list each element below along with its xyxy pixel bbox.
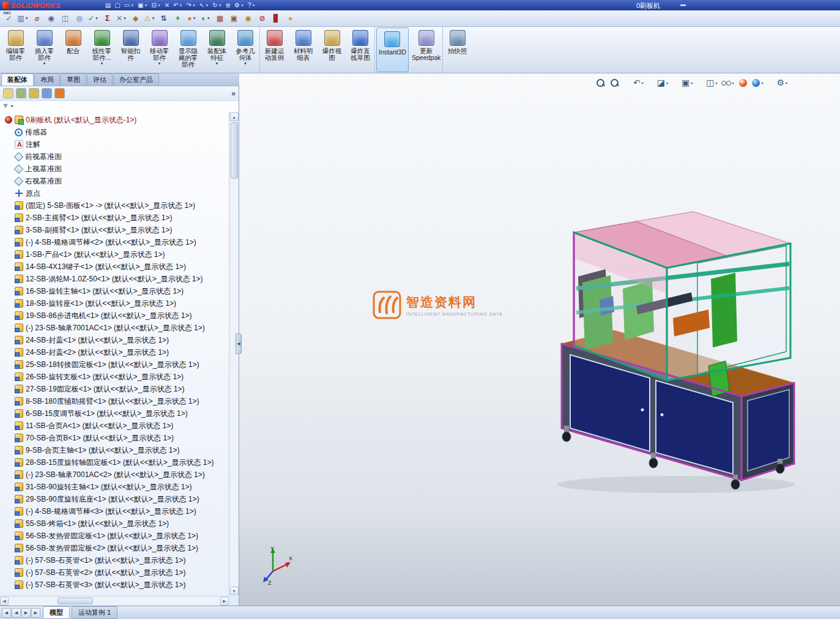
- scroll-left-arrow[interactable]: ◀: [0, 597, 9, 606]
- interference-detection-icon[interactable]: ⚠ ▼: [143, 12, 156, 25]
- tree-item[interactable]: 16-SB-旋转主轴<1> (默认<<默认>_显示状态 1>): [0, 285, 229, 297]
- delete-icon[interactable]: ✕: [163, 1, 171, 10]
- select-icon[interactable]: ↖ ▼: [198, 1, 210, 10]
- assembly-features-button[interactable]: 装配体 特征 ▼: [203, 27, 231, 73]
- tree-item[interactable]: (-) 4-SB-规格调节棒<3> (默认<<默认>_显示状态 1>): [0, 505, 229, 517]
- tree-item[interactable]: 70-SB-合页B<1> (默认<<默认>_显示状态 1>): [0, 432, 229, 444]
- tree-item[interactable]: 右视基准面: [0, 175, 229, 187]
- mate-button[interactable]: 配合: [59, 27, 87, 73]
- tree-item[interactable]: (-) 57-SB-石英管<1> (默认<<默认>_显示状态 1>): [0, 554, 229, 566]
- move-component-button[interactable]: 移动零 部件 ▼: [145, 27, 174, 73]
- reorder-icon[interactable]: ⇅: [157, 12, 170, 25]
- exploded-view-button[interactable]: 爆炸视 图: [318, 27, 346, 73]
- tree-item[interactable]: (固定) 5-SB-面板<1> -> (默认<<默认>_显示状态 1>): [0, 199, 229, 212]
- panel-expand-chevron[interactable]: »: [231, 89, 236, 98]
- instant3d-button[interactable]: Instant3D: [376, 28, 409, 72]
- view-orientation-icon[interactable]: ▣ ▾: [672, 77, 693, 88]
- tree-item[interactable]: 31-SB-90旋转主轴<1> (默认<<默认>_显示状态 1>): [0, 481, 229, 493]
- undo-icon[interactable]: ↶ ▼: [171, 1, 184, 10]
- new-document-icon[interactable]: ▢: [113, 1, 122, 10]
- tree-item[interactable]: 2-SB-主摇臂<1> (默认<<默认>_显示状态 1>): [0, 212, 229, 224]
- tree-item[interactable]: 27-SB-19固定板<1> (默认<<默认>_显示状态 1>): [0, 383, 229, 395]
- scroll-thumb[interactable]: [58, 598, 93, 604]
- titlebar-right-icon[interactable]: ▬: [680, 1, 686, 7]
- apply-scene-icon[interactable]: ▾: [752, 77, 763, 88]
- zoom-add-icon[interactable]: +: [171, 12, 184, 25]
- sensor-icon[interactable]: ◎: [73, 12, 86, 25]
- measure-icon[interactable]: ⌀: [31, 12, 43, 25]
- command-tab[interactable]: 装配体: [1, 73, 34, 86]
- tree-item[interactable]: 上视基准面: [0, 163, 229, 175]
- zoom-area-icon[interactable]: [610, 77, 620, 88]
- mass-properties-icon[interactable]: ◉: [45, 12, 58, 25]
- displaymanager-tab-icon[interactable]: [54, 88, 65, 98]
- explode-line-sketch-button[interactable]: 爆炸直 线草图: [346, 27, 375, 73]
- graphics-viewport[interactable]: ↶ ▾ ◪ ▾ ▣ ▾ ◫ ▾ ▾: [239, 73, 840, 606]
- zoom-fit-icon[interactable]: [596, 77, 606, 88]
- tree-item[interactable]: 56-SB-发热管固定板<1> (默认<<默认>_显示状态 1>): [0, 530, 229, 542]
- tree-item[interactable]: 3-SB-副摇臂<1> (默认<<默认>_显示状态 1>): [0, 224, 229, 236]
- compare-icon[interactable]: ▦: [214, 12, 226, 25]
- tree-item[interactable]: 25-SB-18转接固定板<1> (默认<<默认>_显示状态 1>): [0, 358, 229, 371]
- tree-item[interactable]: 1-SB-产品<1> (默认<<默认>_显示状态 1>): [0, 248, 229, 261]
- appearance-icon[interactable]: ● ▼: [185, 12, 198, 25]
- section-properties-icon[interactable]: ◫: [59, 12, 72, 25]
- edit-component-button[interactable]: 编辑零 部件: [1, 27, 30, 73]
- statistics-icon[interactable]: ▊: [270, 12, 283, 25]
- tree-item[interactable]: (-) 23-SB-轴承7001AC<1> (默认<<默认>_显示状态 1>): [0, 322, 229, 334]
- previous-view-icon[interactable]: ↶ ▾: [624, 77, 644, 88]
- scroll-thumb[interactable]: [231, 122, 238, 179]
- split-line-icon[interactable]: ✕ ▼: [115, 12, 128, 25]
- deviation-analysis-icon[interactable]: ◆: [129, 12, 142, 25]
- format-painter-icon[interactable]: ▥ ▼: [17, 12, 29, 25]
- options-icon[interactable]: ⚙ ▼: [232, 1, 246, 10]
- command-tab[interactable]: 办公室产品: [113, 73, 159, 86]
- equations-icon[interactable]: Σ: [101, 12, 114, 25]
- file-properties-icon[interactable]: ≣: [224, 1, 232, 10]
- rebuild-icon[interactable]: ↻ ▼: [210, 1, 223, 10]
- spell-check-icon[interactable]: ABC ✓: [2, 12, 15, 25]
- tab-scroll-last-icon[interactable]: ▶: [31, 608, 40, 618]
- save-icon[interactable]: ▣ ▼: [136, 1, 149, 10]
- new-motion-study-button[interactable]: 新建运 动算例: [260, 27, 289, 73]
- display-style-icon[interactable]: ◫ ▾: [697, 77, 717, 88]
- insert-components-button[interactable]: 插入零 部件 ▼: [30, 27, 59, 73]
- configurationmanager-tab-icon[interactable]: [29, 88, 39, 98]
- scroll-right-arrow[interactable]: ▶: [220, 597, 229, 606]
- render-ball-icon[interactable]: ●: [284, 12, 297, 25]
- help-icon[interactable]: ? ▼: [246, 1, 258, 10]
- command-tab[interactable]: 布局: [34, 73, 60, 86]
- tree-item[interactable]: 注解: [0, 138, 229, 150]
- update-speedpak-button[interactable]: 更新 Speedpak: [410, 27, 443, 73]
- take-snapshot-button[interactable]: 拍快照: [443, 27, 472, 73]
- tree-item[interactable]: 前视基准面: [0, 150, 229, 163]
- scroll-down-arrow[interactable]: ▼: [230, 587, 239, 595]
- model-tab[interactable]: 模型: [43, 606, 70, 619]
- tree-item[interactable]: (-) 23-SB-轴承7001AC<2> (默认<<默认>_显示状态 1>): [0, 469, 229, 481]
- tree-item[interactable]: 原点: [0, 187, 229, 199]
- tree-item[interactable]: 19-SB-86步进电机<1> (默认<<默认>_显示状态 1>): [0, 310, 229, 322]
- show-hidden-components-button[interactable]: 显示隐 藏的零 部件: [174, 27, 203, 73]
- menu-toggle-icon[interactable]: ▤: [103, 1, 113, 10]
- view-settings-icon[interactable]: ⚙ ▾: [767, 77, 787, 88]
- tree-item[interactable]: 55-SB-烤箱<1> (默认<<默认>_显示状态 1>): [0, 517, 229, 530]
- tree-root-assembly[interactable]: 0刷板机 (默认<默认_显示状态-1>): [0, 114, 229, 126]
- hide-show-items-icon[interactable]: ▾: [721, 77, 734, 88]
- edit-appearance-icon[interactable]: [738, 77, 748, 88]
- tree-item[interactable]: 14-SB-4X13键子<1> (默认<<默认>_显示状态 1>): [0, 261, 229, 273]
- tree-item[interactable]: 24-SB-封盖<2> (默认<<默认>_显示状态 1>): [0, 346, 229, 358]
- tab-scroll-prev-icon[interactable]: ◀: [12, 608, 21, 618]
- tree-item[interactable]: (-) 4-SB-规格调节棒<2> (默认<<默认>_显示状态 1>): [0, 236, 229, 248]
- tab-scroll-first-icon[interactable]: ◀: [2, 608, 11, 618]
- scene-icon[interactable]: ◐ ▼: [199, 12, 212, 25]
- tree-item[interactable]: 11-SB-合页A<1> (默认<<默认>_显示状态 1>): [0, 420, 229, 432]
- solidworks-logo[interactable]: SOLIDWORKS: [0, 2, 67, 9]
- tree-item[interactable]: 56-SB-发热管固定板<2> (默认<<默认>_显示状态 1>): [0, 542, 229, 554]
- command-tab[interactable]: 评估: [87, 73, 113, 86]
- propertymanager-tab-icon[interactable]: [16, 88, 26, 98]
- section-view-icon[interactable]: ◪ ▾: [648, 77, 668, 88]
- tree-item[interactable]: 8-SB-180度辅助摇臂<1> (默认<<默认>_显示状态 1>): [0, 395, 229, 407]
- print-icon[interactable]: ⊟ ▼: [150, 1, 163, 10]
- linear-component-pattern-button[interactable]: 线性零 部件... ▼: [87, 27, 116, 73]
- check-icon[interactable]: ✓ ▼: [87, 12, 100, 25]
